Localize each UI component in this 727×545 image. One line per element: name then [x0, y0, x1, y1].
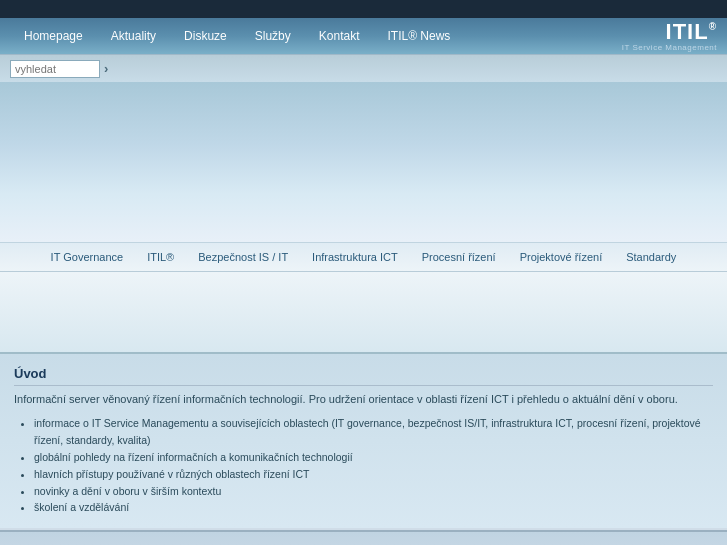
top-bar	[0, 0, 727, 18]
sub-nav-itil[interactable]: ITIL®	[135, 251, 186, 263]
list-item: informace o IT Service Managementu a sou…	[34, 415, 713, 449]
banner-area	[0, 82, 727, 242]
sub-nav-infrastruktura[interactable]: Infrastruktura ICT	[300, 251, 410, 263]
itil-logo: ITIL® IT Service Management	[622, 21, 717, 52]
search-button[interactable]: ›	[104, 61, 108, 76]
nav-item-diskuze[interactable]: Diskuze	[170, 18, 241, 54]
co-je-section: Co je nového	[0, 530, 727, 545]
uvod-list: informace o IT Service Managementu a sou…	[14, 415, 713, 516]
uvod-intro: Informační server věnovaný řízení inform…	[14, 392, 713, 407]
itil-logo-text: ITIL®	[666, 21, 717, 43]
nav-item-aktuality[interactable]: Aktuality	[97, 18, 170, 54]
list-item: novinky a dění v oboru v širším kontextu	[34, 483, 713, 500]
list-item: hlavních přístupy používané v různých ob…	[34, 466, 713, 483]
sub-nav-standardy[interactable]: Standardy	[614, 251, 688, 263]
sub-nav-procesni[interactable]: Procesní řízení	[410, 251, 508, 263]
search-bar: ›	[0, 54, 727, 82]
search-input[interactable]	[10, 60, 100, 78]
nav-item-homepage[interactable]: Homepage	[10, 18, 97, 54]
nav-item-sluzby[interactable]: Služby	[241, 18, 305, 54]
nav-item-itil-news[interactable]: ITIL® News	[374, 18, 465, 54]
content-gap	[0, 272, 727, 352]
uvod-title: Úvod	[14, 366, 713, 386]
list-item: školení a vzdělávání	[34, 499, 713, 516]
sub-nav: IT Governance ITIL® Bezpečnost IS / IT I…	[0, 242, 727, 272]
itil-subtitle: IT Service Management	[622, 43, 717, 52]
sub-nav-bezpecnost[interactable]: Bezpečnost IS / IT	[186, 251, 300, 263]
nav-item-kontakt[interactable]: Kontakt	[305, 18, 374, 54]
nav-items: Homepage Aktuality Diskuze Služby Kontak…	[10, 18, 464, 54]
list-item: globální pohledy na řízení informačních …	[34, 449, 713, 466]
sub-nav-it-governance[interactable]: IT Governance	[39, 251, 136, 263]
uvod-section: Úvod Informační server věnovaný řízení i…	[0, 352, 727, 528]
sub-nav-projektove[interactable]: Projektové řízení	[508, 251, 615, 263]
nav-bar: Homepage Aktuality Diskuze Služby Kontak…	[0, 18, 727, 54]
